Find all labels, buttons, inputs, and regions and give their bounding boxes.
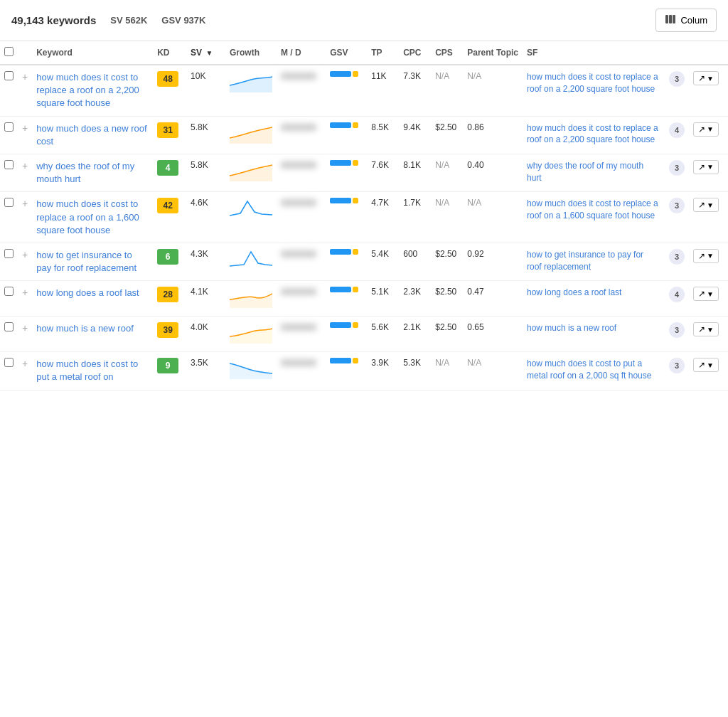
trend-icon: ↗: [698, 200, 705, 210]
row-checkbox[interactable]: [4, 287, 14, 296]
row-checkbox[interactable]: [4, 122, 14, 132]
row-sv-cell: 5.8K: [186, 154, 225, 191]
trend-button[interactable]: ↗ ▼: [693, 358, 719, 372]
row-checkbox[interactable]: [4, 198, 14, 207]
parent-topic-link[interactable]: how to get insurance to pay for roof rep…: [527, 250, 643, 272]
row-plus-cell[interactable]: +: [18, 317, 32, 352]
sf-badge: 3: [669, 160, 685, 176]
row-plus-cell[interactable]: +: [18, 192, 32, 243]
keyword-link[interactable]: how long does a roof last: [36, 287, 139, 298]
row-parent-cell: how much does it cost to replace a roof …: [523, 65, 665, 116]
keyword-link[interactable]: how much does it cost to replace a roof …: [36, 72, 139, 108]
row-checkbox[interactable]: [4, 358, 14, 367]
table-row: + why does the roof of my mouth hurt 4 5…: [0, 154, 728, 191]
svg-rect-1: [669, 15, 672, 23]
row-tp-cell: 2.3K: [399, 281, 431, 317]
trend-button[interactable]: ↗ ▼: [693, 322, 719, 336]
row-plus-cell[interactable]: +: [18, 243, 32, 280]
row-kd-cell: 9: [153, 352, 186, 390]
row-action-cell: ↗ ▼: [689, 317, 728, 352]
table-row: + how much does it cost to replace a roo…: [0, 65, 728, 116]
row-keyword-cell: how much does it cost to replace a roof …: [32, 192, 153, 243]
parent-topic-link[interactable]: how much does it cost to replace a roof …: [527, 198, 658, 221]
trend-button[interactable]: ↗ ▼: [693, 160, 719, 174]
row-cpc-cell: N/A: [431, 154, 463, 191]
dropdown-arrow-icon: ▼: [707, 361, 714, 369]
row-growth-cell: [277, 317, 326, 352]
row-checkbox[interactable]: [4, 249, 14, 258]
columns-button[interactable]: Colum: [655, 9, 717, 32]
trend-icon: ↗: [698, 124, 705, 134]
row-cpc-cell: $2.50: [431, 243, 463, 280]
row-checkbox-cell: [0, 352, 18, 390]
row-checkbox-cell: [0, 192, 18, 243]
row-sv-cell: 4.6K: [186, 192, 225, 243]
row-growth-cell: [277, 116, 326, 154]
row-md-cell: [326, 154, 367, 191]
kd-badge: 28: [157, 287, 178, 302]
row-plus-cell[interactable]: +: [18, 65, 32, 116]
keyword-link[interactable]: how much does a new roof cost: [36, 123, 146, 147]
row-checkbox[interactable]: [4, 160, 14, 169]
parent-topic-link[interactable]: how long does a roof last: [527, 287, 621, 297]
header-tp: TP: [367, 41, 399, 65]
select-all-checkbox[interactable]: [4, 47, 14, 56]
top-bar-left: 49,143 keywords SV 562K GSV 937K: [11, 14, 205, 26]
row-md-cell: [326, 352, 367, 390]
keyword-link[interactable]: how much does it cost to put a metal roo…: [36, 358, 138, 382]
row-growth-cell: [277, 65, 326, 116]
trend-button[interactable]: ↗ ▼: [693, 71, 719, 85]
row-keyword-cell: how to get insurance to pay for roof rep…: [32, 243, 153, 280]
row-sv-cell: 10K: [186, 65, 225, 116]
row-parent-cell: how long does a roof last: [523, 281, 665, 317]
trend-button[interactable]: ↗ ▼: [693, 198, 719, 212]
row-plus-cell[interactable]: +: [18, 352, 32, 390]
trend-button[interactable]: ↗ ▼: [693, 287, 719, 301]
parent-topic-link[interactable]: how much does it cost to replace a roof …: [527, 72, 658, 94]
dropdown-arrow-icon: ▼: [707, 125, 714, 133]
svg-rect-2: [673, 15, 675, 23]
row-cps-cell: 0.86: [463, 116, 523, 154]
keywords-count: 49,143 keywords: [11, 14, 96, 26]
keyword-link[interactable]: why does the roof of my mouth hurt: [36, 161, 134, 184]
row-plus-cell[interactable]: +: [18, 281, 32, 317]
row-plus-cell[interactable]: +: [18, 154, 32, 191]
kd-badge: 4: [157, 160, 178, 176]
row-checkbox[interactable]: [4, 71, 14, 80]
row-sv-cell: 4.0K: [186, 317, 225, 352]
row-plus-cell[interactable]: +: [18, 116, 32, 154]
table-container: Keyword KD SV ▼ Growth M / D GSV TP CPC …: [0, 41, 728, 391]
row-sparkline-cell: [225, 154, 277, 191]
parent-topic-link[interactable]: how much is a new roof: [527, 323, 616, 333]
trend-button[interactable]: ↗ ▼: [693, 122, 719, 137]
parent-topic-link[interactable]: how much does it cost to put a metal roo…: [527, 358, 651, 381]
kd-badge: 48: [157, 71, 178, 87]
keyword-link[interactable]: how much does it cost to replace a roof …: [36, 198, 139, 235]
kd-badge: 31: [157, 122, 178, 138]
table-row: + how much does a new roof cost 31 5.8K …: [0, 116, 728, 154]
row-checkbox-cell: [0, 116, 18, 154]
row-growth-cell: [277, 281, 326, 317]
row-action-cell: ↗ ▼: [689, 352, 728, 390]
row-md-cell: [326, 116, 367, 154]
row-sf-cell: 3: [665, 154, 689, 191]
row-kd-cell: 31: [153, 116, 186, 154]
row-cpc-cell: N/A: [431, 192, 463, 243]
keyword-link[interactable]: how much is a new roof: [36, 323, 134, 334]
row-sparkline-cell: [225, 116, 277, 154]
svg-rect-0: [665, 15, 668, 23]
row-kd-cell: 28: [153, 281, 186, 317]
parent-topic-link[interactable]: how much does it cost to replace a roof …: [527, 123, 658, 145]
header-plus-col: [18, 41, 32, 65]
row-growth-cell: [277, 154, 326, 191]
table-row: + how to get insurance to pay for roof r…: [0, 243, 728, 280]
trend-icon: ↗: [698, 289, 705, 299]
trend-icon: ↗: [698, 73, 705, 83]
row-checkbox[interactable]: [4, 322, 14, 331]
trend-button[interactable]: ↗ ▼: [693, 249, 719, 263]
keyword-link[interactable]: how to get insurance to pay for roof rep…: [36, 250, 136, 273]
parent-topic-link[interactable]: why does the roof of my mouth hurt: [527, 161, 643, 183]
trend-icon: ↗: [698, 324, 705, 334]
row-cps-cell: N/A: [463, 352, 523, 390]
row-cps-cell: 0.40: [463, 154, 523, 191]
